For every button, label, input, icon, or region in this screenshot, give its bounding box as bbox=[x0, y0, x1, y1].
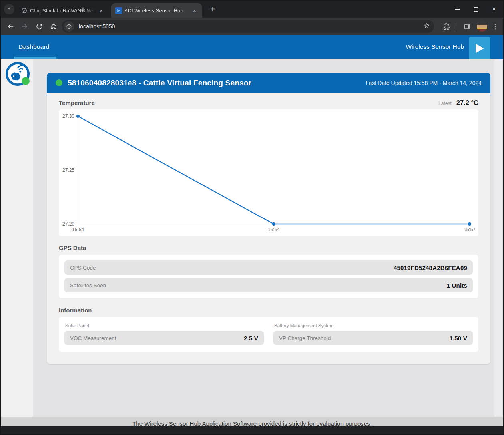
row-value: 1.50 V bbox=[449, 335, 467, 342]
temperature-section-title: Temperature bbox=[59, 99, 438, 106]
sensor-card-header: 58106040828031e8 - Cattle Virtual Fencin… bbox=[47, 73, 490, 93]
row-value: 2.5 V bbox=[244, 335, 258, 342]
vp-charge-threshold-row: VP Charge Threshold 1.50 V bbox=[273, 331, 473, 345]
row-label: GPS Code bbox=[70, 265, 394, 271]
adi-triangle-icon bbox=[475, 43, 485, 54]
battery-management-group: Battery Management System VP Charge Thre… bbox=[273, 321, 473, 345]
row-label: VP Charge Threshold bbox=[279, 335, 449, 341]
gps-panel: GPS Code 45019FD5248A2B6FEA09 Satellites… bbox=[59, 255, 478, 298]
tab-title: ADI Wireless Sensor Hub bbox=[124, 8, 189, 14]
home-button[interactable] bbox=[47, 20, 60, 33]
maximize-icon bbox=[474, 7, 478, 12]
address-bar[interactable]: localhost:5050 bbox=[62, 20, 434, 33]
sensor-online-dot bbox=[22, 77, 30, 85]
scrollbar[interactable] bbox=[494, 59, 502, 417]
svg-text:27.20: 27.20 bbox=[62, 221, 74, 227]
profile-avatar[interactable] bbox=[477, 21, 487, 32]
information-header-row: Information bbox=[59, 307, 478, 314]
back-icon bbox=[6, 22, 14, 30]
sidebar-sensor-item[interactable] bbox=[5, 62, 30, 86]
url-text[interactable]: localhost:5050 bbox=[79, 23, 423, 30]
evaluation-footer: The Wireless Sensor Hub Application Soft… bbox=[1, 417, 503, 426]
temperature-header-row: Temperature Latest 27.2 °C bbox=[59, 99, 478, 107]
side-panel-button[interactable] bbox=[461, 20, 474, 33]
browser-menu-button[interactable]: ⋮ bbox=[490, 23, 500, 30]
tab-search-button[interactable] bbox=[4, 4, 14, 14]
solar-panel-group: Solar Panel VOC Measurement 2.5 V bbox=[64, 321, 264, 345]
chirpstack-favicon-icon bbox=[21, 7, 28, 14]
row-label: Satellites Seen bbox=[70, 282, 447, 288]
adi-logo bbox=[469, 37, 490, 59]
reload-icon bbox=[36, 23, 43, 30]
window-controls: × bbox=[448, 1, 503, 18]
footer-text: The Wireless Sensor Hub Application Soft… bbox=[132, 417, 372, 426]
browser-toolbar: localhost:5050 ⋮ bbox=[1, 18, 503, 35]
group-label: Solar Panel bbox=[65, 323, 264, 328]
minimize-icon bbox=[455, 9, 460, 9]
nav-active-underline bbox=[14, 57, 56, 59]
adi-favicon-icon bbox=[115, 7, 122, 14]
toolbar-right: ⋮ bbox=[438, 20, 500, 33]
maximize-button[interactable] bbox=[466, 1, 485, 18]
chevron-down-icon bbox=[6, 6, 12, 13]
gps-header-row: GPS Data bbox=[59, 244, 478, 251]
home-icon bbox=[50, 22, 58, 30]
row-value: 45019FD5248A2B6FEA09 bbox=[394, 264, 467, 271]
information-section-title: Information bbox=[59, 307, 478, 314]
tab-close-icon[interactable]: × bbox=[191, 7, 198, 14]
group-label: Battery Management System bbox=[274, 323, 473, 328]
information-panel: Solar Panel VOC Measurement 2.5 V Batter… bbox=[59, 317, 478, 352]
bookmark-star-button[interactable] bbox=[423, 22, 430, 31]
extensions-button[interactable] bbox=[440, 20, 453, 33]
temperature-line-chart: 27.3027.2527.2015:5415:5415:57 bbox=[59, 109, 479, 236]
close-window-button[interactable]: × bbox=[485, 1, 503, 18]
new-tab-button[interactable]: + bbox=[207, 4, 218, 15]
sensor-title: 58106040828031e8 - Cattle Virtual Fencin… bbox=[68, 79, 366, 87]
reload-button[interactable] bbox=[33, 20, 46, 33]
tab-adi-wireless-sensor-hub[interactable]: ADI Wireless Sensor Hub × bbox=[111, 3, 202, 18]
page-content: 58106040828031e8 - Cattle Virtual Fencin… bbox=[1, 59, 503, 426]
gps-section-title: GPS Data bbox=[59, 244, 478, 251]
sensor-card-body: Temperature Latest 27.2 °C 27.3027.2527.… bbox=[47, 99, 490, 352]
tab-close-icon[interactable]: × bbox=[98, 7, 105, 14]
last-updated: Last Date Updated 15:58 PM - March 14, 2… bbox=[366, 80, 482, 86]
nav-dashboard[interactable]: Dashboard bbox=[18, 43, 50, 50]
svg-text:15:54: 15:54 bbox=[268, 227, 280, 232]
tab-chirpstack[interactable]: ChirpStack LoRaWAN® Networ × bbox=[17, 3, 109, 18]
satellites-seen-row: Satellites Seen 1 Units bbox=[64, 278, 473, 292]
toolbar-separator bbox=[456, 23, 456, 30]
row-label: VOC Measurement bbox=[70, 335, 244, 341]
info-icon bbox=[66, 24, 72, 30]
svg-text:15:54: 15:54 bbox=[72, 227, 84, 232]
minimize-button[interactable] bbox=[448, 1, 466, 18]
app-title: Wireless Sensor Hub bbox=[406, 43, 464, 50]
sensor-card: 58106040828031e8 - Cattle Virtual Fencin… bbox=[47, 73, 490, 364]
gps-code-row: GPS Code 45019FD5248A2B6FEA09 bbox=[64, 260, 473, 275]
back-button[interactable] bbox=[4, 20, 17, 33]
browser-window: ChirpStack LoRaWAN® Networ × ADI Wireles… bbox=[0, 0, 504, 435]
forward-button[interactable] bbox=[18, 20, 31, 33]
svg-text:15:57: 15:57 bbox=[464, 227, 476, 232]
side-panel-icon bbox=[464, 23, 471, 30]
site-info-button[interactable] bbox=[64, 21, 74, 32]
sidebar bbox=[1, 59, 33, 426]
temperature-chart[interactable]: 27.3027.2527.2015:5415:5415:57 bbox=[59, 109, 478, 236]
star-icon bbox=[423, 22, 430, 29]
app-header: Dashboard Wireless Sensor Hub bbox=[1, 35, 503, 59]
svg-text:27.25: 27.25 bbox=[62, 167, 74, 173]
tab-title: ChirpStack LoRaWAN® Networ bbox=[30, 8, 95, 14]
tab-strip: ChirpStack LoRaWAN® Networ × ADI Wireles… bbox=[1, 1, 503, 18]
latest-temperature-value: 27.2 °C bbox=[456, 99, 478, 107]
row-value: 1 Units bbox=[447, 282, 467, 289]
extensions-puzzle-icon bbox=[443, 23, 450, 30]
latest-label: Latest bbox=[438, 101, 452, 106]
voc-measurement-row: VOC Measurement 2.5 V bbox=[64, 331, 264, 345]
status-dot-icon bbox=[56, 79, 62, 86]
svg-text:27.30: 27.30 bbox=[62, 113, 74, 119]
forward-icon bbox=[21, 22, 29, 30]
